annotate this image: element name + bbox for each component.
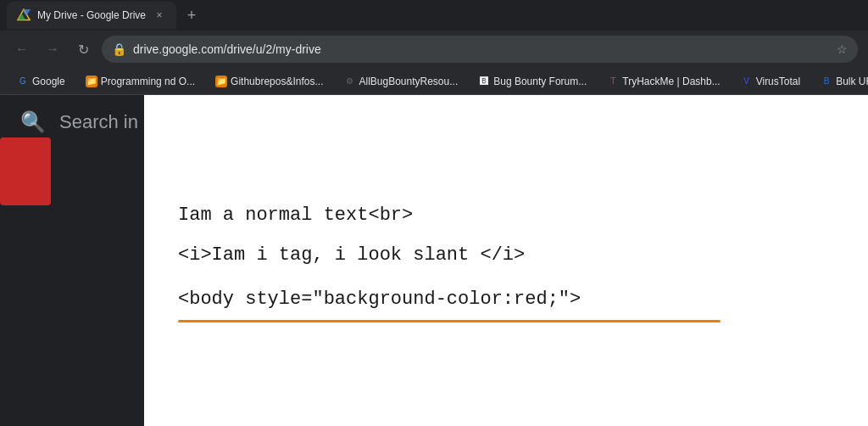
bookmark-github[interactable]: 📁 Githubrepos&Infos... bbox=[209, 74, 330, 89]
bookmark-favicon: 📁 bbox=[215, 76, 227, 87]
tab-title: My Drive - Google Drive bbox=[37, 9, 146, 21]
bookmark-google[interactable]: G Google bbox=[10, 74, 72, 89]
bookmark-bugbounty-forum[interactable]: 🅱 Bug Bounty Forum... bbox=[471, 74, 593, 89]
address-bar-container[interactable]: 🔒 ☆ bbox=[102, 36, 858, 63]
white-code-panel: Iam a normal text<br> <i>Iam i tag, i lo… bbox=[144, 95, 868, 426]
browser-chrome: My Drive - Google Drive × + ← → ↻ 🔒 ☆ G … bbox=[0, 0, 868, 95]
forward-button[interactable]: → bbox=[41, 37, 64, 61]
bookmark-label: Programming nd O... bbox=[101, 76, 195, 87]
reload-button[interactable]: ↻ bbox=[71, 37, 95, 61]
bookmark-label: Google bbox=[32, 76, 65, 87]
tab-bar: My Drive - Google Drive × + bbox=[0, 0, 868, 31]
bookmark-favicon: 📁 bbox=[86, 76, 97, 87]
bookmark-label: Githubrepos&Infos... bbox=[231, 76, 323, 87]
active-tab[interactable]: My Drive - Google Drive × bbox=[7, 2, 176, 29]
code-line-1: Iam a normal text<br> bbox=[178, 199, 834, 233]
address-bar-input[interactable] bbox=[133, 42, 830, 56]
bookmark-icon[interactable]: ☆ bbox=[837, 42, 848, 56]
bookmark-bulk-url[interactable]: B Bulk URL HTTP Stat... bbox=[814, 74, 868, 89]
new-tab-button[interactable]: + bbox=[180, 3, 203, 27]
bookmark-label: Bug Bounty Forum... bbox=[493, 76, 587, 87]
bookmark-favicon: B bbox=[821, 76, 832, 87]
code-line-2: <i>Iam i tag, i look slant </i> bbox=[178, 238, 834, 272]
tab-close-button[interactable]: × bbox=[153, 8, 166, 22]
svg-marker-1 bbox=[18, 14, 25, 20]
bookmark-favicon: ⚙ bbox=[343, 76, 355, 87]
code-line-3-text: <body style="background-color:red;"> bbox=[178, 289, 581, 310]
bookmark-programming[interactable]: 📁 Programming nd O... bbox=[79, 74, 202, 89]
orange-underline bbox=[178, 320, 721, 322]
bookmarks-bar: G Google 📁 Programming nd O... 📁 Githubr… bbox=[0, 68, 868, 95]
code-line-3: <body style="background-color:red;"> bbox=[178, 283, 834, 317]
back-button[interactable]: ← bbox=[10, 37, 34, 61]
search-icon: 🔍 bbox=[20, 110, 46, 134]
bookmark-label: Bulk URL HTTP Stat... bbox=[836, 76, 868, 87]
bookmark-favicon: V bbox=[741, 76, 753, 87]
bookmark-tryhackme[interactable]: T TryHackMe | Dashb... bbox=[600, 74, 726, 89]
tab-favicon bbox=[17, 8, 31, 22]
bookmark-virustotal[interactable]: V VirusTotal bbox=[734, 74, 807, 89]
bookmark-favicon: 🅱 bbox=[478, 76, 490, 87]
bookmark-label: AllBugBountyResou... bbox=[359, 76, 458, 87]
lock-icon: 🔒 bbox=[112, 42, 126, 56]
bookmark-favicon: G bbox=[17, 76, 29, 87]
folder-thumbnail bbox=[0, 137, 51, 205]
bookmark-bugbounty-res[interactable]: ⚙ AllBugBountyResou... bbox=[337, 74, 465, 89]
bookmark-favicon: T bbox=[607, 76, 619, 87]
page-area: 🔍 Search in Drive My Iam a normal text<b… bbox=[0, 95, 868, 426]
svg-marker-2 bbox=[22, 9, 31, 16]
bookmark-label: TryHackMe | Dashb... bbox=[622, 76, 720, 87]
bookmark-label: VirusTotal bbox=[756, 76, 800, 87]
nav-bar: ← → ↻ 🔒 ☆ bbox=[0, 31, 868, 68]
